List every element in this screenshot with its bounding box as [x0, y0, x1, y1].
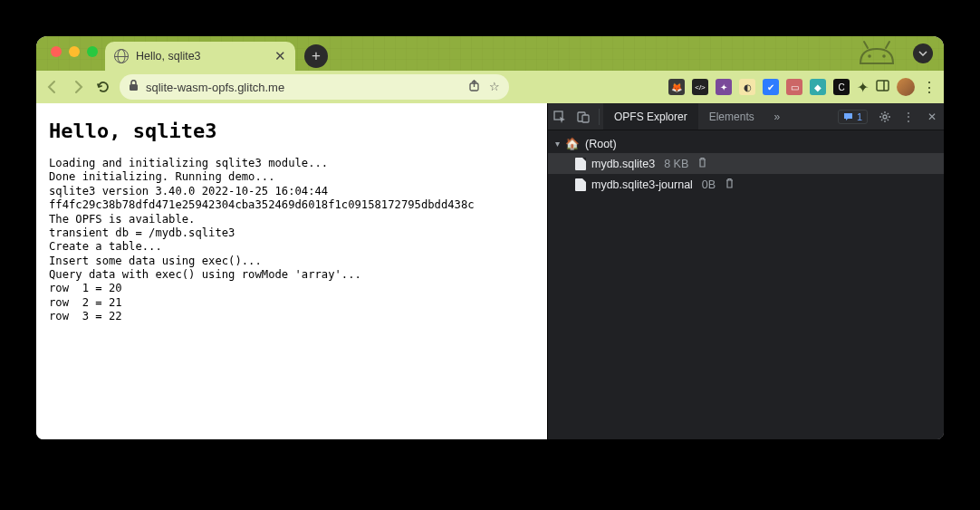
browser-toolbar: sqlite-wasm-opfs.glitch.me ☆ 🦊 </> ✦ ◐ ✔…	[36, 71, 944, 103]
console-log: Loading and initializing sqlite3 module.…	[49, 157, 534, 324]
omnibox-actions: ☆	[468, 80, 500, 94]
side-panel-icon[interactable]	[876, 79, 889, 95]
home-icon: 🏠	[565, 137, 580, 150]
bookmark-star-icon[interactable]: ☆	[489, 80, 500, 94]
root-label: (Root)	[585, 138, 617, 150]
divider	[599, 109, 600, 125]
svg-rect-2	[130, 84, 138, 91]
new-tab-button[interactable]: +	[304, 44, 328, 68]
close-tab-button[interactable]: ✕	[274, 48, 286, 64]
file-size: 0B	[702, 178, 716, 191]
more-tabs-chevron-icon[interactable]: »	[765, 103, 789, 130]
svg-point-1	[882, 54, 886, 58]
file-name: mydb.sqlite3	[591, 158, 655, 170]
extension-icon[interactable]: ✦	[716, 79, 732, 95]
tab-strip: Hello, sqlite3 ✕ +	[36, 36, 944, 71]
inspect-element-icon[interactable]	[548, 103, 572, 130]
page-heading: Hello, sqlite3	[49, 120, 534, 142]
globe-icon	[114, 49, 129, 63]
minimize-window-button[interactable]	[69, 46, 80, 57]
back-button[interactable]	[43, 78, 62, 96]
extension-icon[interactable]: ◐	[739, 79, 755, 95]
devtools-menu-icon[interactable]: ⋮	[897, 103, 920, 130]
file-icon	[575, 158, 586, 170]
address-bar[interactable]: sqlite-wasm-opfs.glitch.me ☆	[120, 74, 509, 100]
tree-root[interactable]: ▾ 🏠 (Root)	[548, 134, 944, 153]
extensions-puzzle-icon[interactable]: ✦	[857, 79, 869, 96]
profile-avatar[interactable]	[897, 78, 915, 96]
svg-rect-4	[877, 81, 889, 91]
extension-icon[interactable]: ▭	[786, 79, 802, 95]
devtools-tab-elements[interactable]: Elements	[698, 103, 765, 130]
extension-icon[interactable]: 🦊	[668, 79, 685, 95]
page-viewport: Hello, sqlite3 Loading and initializing …	[36, 103, 547, 439]
devtools-close-icon[interactable]: ✕	[920, 103, 944, 130]
delete-file-icon[interactable]	[725, 178, 735, 191]
svg-rect-8	[582, 115, 589, 122]
file-icon	[575, 178, 586, 191]
lock-icon	[129, 80, 139, 94]
window-controls	[47, 36, 105, 71]
svg-point-9	[883, 115, 887, 119]
device-toggle-icon[interactable]	[572, 103, 595, 130]
opfs-tree: ▾ 🏠 (Root) mydb.sqlite3 8 KB mydb.sqlite…	[548, 130, 944, 439]
extension-icon[interactable]: C	[833, 79, 850, 95]
android-logo-icon	[855, 40, 898, 65]
reload-button[interactable]	[94, 78, 112, 96]
caret-down-icon: ▾	[555, 139, 560, 149]
extension-icon[interactable]: ✔	[763, 79, 779, 95]
share-icon[interactable]	[468, 80, 480, 94]
delete-file-icon[interactable]	[697, 157, 707, 170]
issues-badge[interactable]: 1	[838, 110, 868, 124]
devtools-panel: OPFS Explorer Elements » 1 ⋮ ✕ ▾ 🏠 (Root…	[547, 103, 944, 439]
window-menu-button[interactable]	[913, 43, 933, 63]
maximize-window-button[interactable]	[87, 46, 98, 57]
file-name: mydb.sqlite3-journal	[591, 178, 693, 191]
extension-icon[interactable]: </>	[692, 79, 708, 95]
close-window-button[interactable]	[51, 46, 62, 57]
content-area: Hello, sqlite3 Loading and initializing …	[36, 103, 944, 439]
forward-button[interactable]	[69, 78, 87, 96]
devtools-tab-opfs[interactable]: OPFS Explorer	[603, 103, 698, 130]
url-text: sqlite-wasm-opfs.glitch.me	[146, 81, 461, 94]
browser-menu-icon[interactable]: ⋮	[922, 79, 937, 96]
tree-file-row[interactable]: mydb.sqlite3 8 KB	[548, 153, 944, 174]
extension-icon[interactable]: ◆	[810, 79, 826, 95]
extensions-area: 🦊 </> ✦ ◐ ✔ ▭ ◆ C ✦ ⋮	[668, 78, 937, 96]
svg-point-0	[868, 54, 871, 58]
browser-window: Hello, sqlite3 ✕ + sqlite-wasm-opfs.glit…	[36, 36, 944, 439]
tab-title: Hello, sqlite3	[136, 50, 267, 63]
tree-file-row[interactable]: mydb.sqlite3-journal 0B	[548, 174, 944, 195]
file-size: 8 KB	[664, 158, 688, 170]
browser-tab[interactable]: Hello, sqlite3 ✕	[105, 42, 295, 71]
devtools-settings-icon[interactable]	[873, 103, 897, 130]
devtools-tabbar: OPFS Explorer Elements » 1 ⋮ ✕	[548, 103, 944, 130]
